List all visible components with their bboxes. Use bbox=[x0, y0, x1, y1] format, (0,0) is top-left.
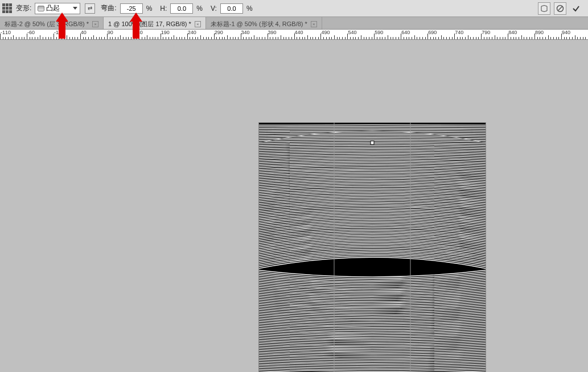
ruler-label: 590 bbox=[375, 30, 383, 35]
document-tab-1[interactable]: 1 @ 100% (图层 17, RGB/8) *× bbox=[104, 17, 206, 29]
h-percent: % bbox=[195, 5, 204, 13]
ruler-label: 840 bbox=[508, 30, 517, 35]
ruler-label: 40 bbox=[81, 30, 87, 35]
ruler-label: 890 bbox=[535, 30, 544, 35]
tab-label: 未标题-1 @ 50% (形状 4, RGB/8) * bbox=[211, 20, 307, 28]
document-tabs: 标题-2 @ 50% (层 3, RGB/8) *×1 @ 100% (图层 1… bbox=[0, 17, 588, 30]
ruler-label: -60 bbox=[27, 30, 35, 35]
document-tab-0[interactable]: 标题-2 @ 50% (层 3, RGB/8) *× bbox=[0, 17, 104, 29]
cancel-icon[interactable] bbox=[554, 2, 566, 15]
ruler-label: 940 bbox=[562, 30, 570, 35]
bulge-icon bbox=[38, 6, 44, 11]
chevron-down-icon bbox=[73, 7, 77, 10]
canvas-area[interactable] bbox=[0, 40, 588, 372]
svg-line-1 bbox=[558, 6, 562, 10]
ruler-label: 540 bbox=[348, 30, 356, 35]
ruler-label: 740 bbox=[455, 30, 463, 35]
commit-icon[interactable] bbox=[570, 2, 582, 15]
horizontal-ruler: -110-60-10409014019024029034039044049054… bbox=[0, 30, 588, 40]
v-label: V: bbox=[209, 5, 218, 13]
ruler-label: 790 bbox=[482, 30, 490, 35]
tab-label: 1 @ 100% (图层 17, RGB/8) * bbox=[108, 20, 191, 28]
tab-close-icon[interactable]: × bbox=[92, 21, 98, 27]
ruler-label: 490 bbox=[321, 30, 330, 35]
tab-close-icon[interactable]: × bbox=[311, 21, 317, 27]
bend-input[interactable] bbox=[120, 3, 143, 14]
tab-close-icon[interactable]: × bbox=[195, 21, 201, 27]
v-percent: % bbox=[245, 5, 254, 13]
annotation-arrow-1 bbox=[130, 13, 142, 39]
h-label: H: bbox=[159, 5, 168, 13]
options-bar: 变形: 凸起 ⇄ 弯曲: % H: % V: % bbox=[0, 0, 588, 17]
orientation-toggle[interactable]: ⇄ bbox=[85, 3, 95, 14]
bend-percent: % bbox=[145, 5, 154, 13]
ruler-label: 240 bbox=[188, 30, 196, 35]
ruler-label: 90 bbox=[108, 30, 113, 35]
tab-label: 标题-2 @ 50% (层 3, RGB/8) * bbox=[5, 20, 89, 28]
ruler-label: -110 bbox=[1, 30, 11, 35]
ruler-label: 390 bbox=[268, 30, 277, 35]
ruler-label: 340 bbox=[241, 30, 250, 35]
svg-rect-6 bbox=[371, 141, 374, 144]
h-input[interactable] bbox=[170, 3, 193, 14]
ruler-label: 640 bbox=[401, 30, 410, 35]
bend-label: 弯曲: bbox=[100, 3, 117, 13]
ruler-label: 690 bbox=[428, 30, 437, 35]
warp-style-value: 凸起 bbox=[46, 3, 60, 13]
v-input[interactable] bbox=[220, 3, 243, 14]
ruler-label: 290 bbox=[215, 30, 223, 35]
annotation-arrow-0 bbox=[56, 13, 68, 39]
ruler-label: 190 bbox=[161, 30, 170, 35]
warp-label: 变形: bbox=[15, 3, 32, 13]
warp-grid-icon[interactable] bbox=[2, 3, 13, 14]
warped-layer[interactable] bbox=[258, 122, 486, 372]
ruler-label: 440 bbox=[295, 30, 303, 35]
document-tab-2[interactable]: 未标题-1 @ 50% (形状 4, RGB/8) *× bbox=[206, 17, 322, 29]
warp-mode-icon[interactable] bbox=[538, 2, 550, 15]
